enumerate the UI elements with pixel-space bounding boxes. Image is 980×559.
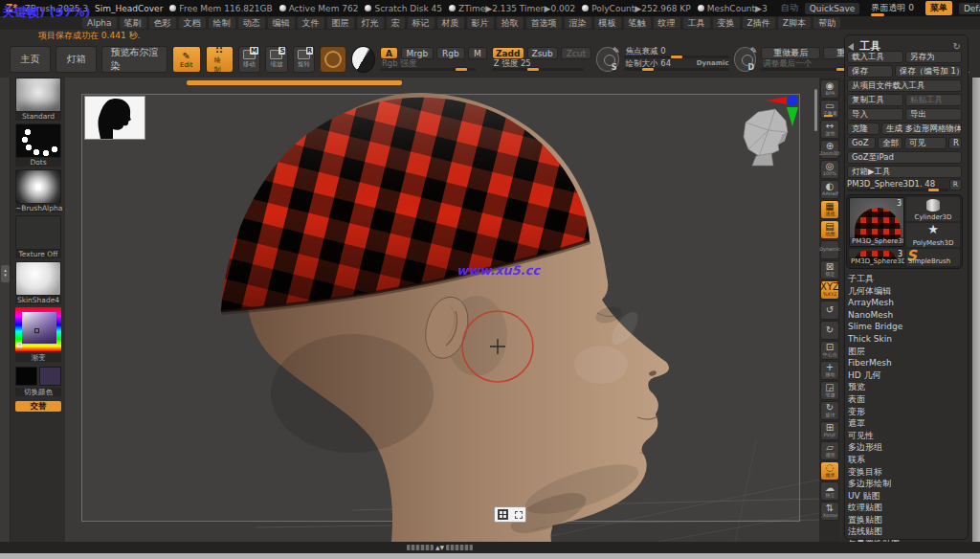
menu-item[interactable]: 渲染 [565, 17, 591, 29]
right-scrollbar[interactable] [972, 78, 980, 542]
tool-simplebrush[interactable]: S SimpleBrush [906, 249, 960, 266]
right-shelf-button[interactable]: ⊠ 锁定 [820, 260, 839, 280]
right-shelf-button[interactable]: ◌ 幽灵 [820, 461, 839, 481]
load-tool-button[interactable]: 载入工具 [847, 51, 903, 63]
menu-item[interactable]: 绘制 [209, 17, 235, 29]
tab-lightbox[interactable]: 灯箱 [56, 46, 97, 73]
subpalette-item[interactable]: 多边形组 [848, 441, 965, 454]
menu-item[interactable]: 笔刷 [120, 17, 146, 29]
move-mode-button[interactable]: M 移动 [238, 46, 261, 73]
menu-item[interactable]: 材质 [437, 17, 464, 29]
tool-cylinder3d[interactable]: Cylinder3D [906, 197, 960, 221]
save-numbered-button[interactable]: 保存（编号加 1） [895, 65, 962, 78]
subpalette-item[interactable]: HD 几何 [848, 369, 965, 382]
rgb-toggle[interactable]: Rgb [436, 47, 465, 59]
subpalette-item[interactable]: Slime Bridge [848, 321, 965, 333]
focal-shift-knob[interactable]: ✎ S [596, 47, 619, 72]
menu-item[interactable]: 宏 [387, 17, 405, 29]
right-shelf-button[interactable]: ◉ BPR [820, 79, 839, 99]
subpalette-item[interactable]: 图层 [848, 346, 965, 358]
right-shelf-button[interactable]: ⊕ Zoom3D [820, 140, 839, 159]
subpalette-item[interactable]: 纹理贴图 [848, 502, 965, 514]
right-shelf-button[interactable]: ⇅ Xpose [820, 502, 839, 521]
zcut-toggle[interactable]: Zcut [561, 47, 591, 59]
draw-mode-button[interactable]: ∷ 绘 制 [206, 46, 234, 73]
save-as-button[interactable]: 另存为 [905, 51, 962, 63]
menu-item[interactable]: 图层 [327, 17, 354, 29]
subpalette-item[interactable]: NanoMesh [848, 309, 965, 322]
menu-item[interactable]: 笔触 [624, 17, 651, 29]
right-shelf-button[interactable]: + 移动 [820, 361, 839, 380]
right-shelf-button[interactable]: ▭ 子像素 [820, 100, 839, 119]
color-picker[interactable] [15, 307, 61, 351]
subpalette-item[interactable]: FiberMesh [848, 357, 965, 369]
menu-item[interactable]: 纹理 [654, 17, 680, 29]
subpalette-item[interactable]: 预览 [848, 381, 965, 393]
right-shelf-button[interactable]: ⊞ PolyF [820, 421, 839, 440]
right-shelf-button[interactable]: ◲ 缩放 [820, 381, 839, 400]
goz-visible-button[interactable]: 可见 [904, 137, 947, 149]
subpalette-item[interactable]: ArrayMesh [848, 297, 965, 309]
subpalette-item[interactable]: 几何体编辑 [848, 285, 965, 298]
menu-item[interactable]: 标记 [408, 17, 434, 29]
menu-item[interactable]: 拾取 [497, 17, 523, 29]
import-button[interactable]: 导入 [847, 108, 903, 121]
stroke-thumbnail[interactable] [15, 123, 61, 158]
save-button[interactable]: 保存 [847, 65, 893, 78]
quicksave-button[interactable]: QuickSave [805, 3, 860, 14]
default-zscript-button[interactable]: DefaultZScript [959, 3, 980, 14]
scroll-arrows-icon[interactable]: ▲▼ [435, 545, 444, 550]
menu-item[interactable]: Z脚本 [778, 17, 811, 29]
subpalette-item[interactable]: 置换贴图 [848, 514, 965, 526]
right-shelf-button[interactable]: ⊡ 中心点 [820, 341, 839, 360]
goz-r-button[interactable]: R [948, 137, 962, 149]
main-color-swatch[interactable] [15, 367, 37, 386]
right-shelf-button[interactable]: ↻ 旋转 [820, 401, 839, 420]
material-thumbnail[interactable] [15, 261, 61, 296]
zsub-toggle[interactable]: Zsub [527, 47, 558, 59]
menu-item[interactable]: 首选项 [526, 17, 562, 29]
make-polymesh-button[interactable]: 生成 多边形网格物体 [881, 123, 962, 135]
menu-item[interactable]: 编辑 [268, 17, 295, 29]
right-shelf-button[interactable]: Dynamic [820, 240, 839, 259]
subpalette-item[interactable]: 变形 [848, 406, 965, 418]
subpalette-item[interactable]: Thick Skin [848, 333, 965, 346]
paste-tool-button[interactable]: 粘贴工具 [905, 94, 962, 106]
m-toggle[interactable]: M [468, 47, 487, 59]
ui-opacity-slider[interactable]: 界面透明 0 [866, 1, 919, 15]
subpalette-item[interactable]: 变换目标 [848, 466, 965, 479]
texture-thumbnail[interactable] [15, 215, 61, 250]
right-shelf-button[interactable]: ▦ 透视 [820, 200, 839, 219]
tool-polymesh3d[interactable]: ★ PolyMesh3D [906, 223, 960, 247]
tool-slider-r-button[interactable]: R [949, 179, 962, 190]
scroll-strip-left[interactable] [407, 545, 434, 550]
clone-button[interactable]: 克隆 [847, 123, 880, 135]
menu-item[interactable]: 色彩 [149, 17, 176, 29]
menu-item[interactable]: 变换 [713, 17, 740, 29]
switch-color-button[interactable]: 切换颜色 [15, 388, 61, 396]
menu-item[interactable]: 工具 [683, 17, 710, 29]
menu-item[interactable]: 影片 [467, 17, 494, 29]
right-shelf-button[interactable]: ◐ AAHalf [820, 180, 839, 199]
load-from-project-button[interactable]: 从项目文件载入工具 [847, 79, 962, 92]
goz-button[interactable]: GoZ [847, 137, 876, 149]
subpalette-item[interactable]: 可见性 [848, 430, 965, 442]
rgb-intensity-slider[interactable]: Rgb 强度 [380, 60, 476, 72]
right-shelf-button[interactable]: ▤ 地面 [820, 220, 839, 239]
tab-preview-boolean[interactable]: 预览布尔渲染 [101, 46, 167, 73]
export-button[interactable]: 导出 [905, 108, 962, 121]
floor-elevation-widget[interactable] [494, 506, 526, 523]
document-scroll-widget[interactable]: ▲▼ [407, 545, 473, 550]
menu-item[interactable]: Z插件 [743, 17, 775, 29]
document-canvas[interactable]: www.xu5.cc [65, 78, 819, 542]
tab-home[interactable]: 主页 [10, 46, 51, 73]
material-sphere-preview[interactable] [351, 46, 375, 73]
alpha-thumbnail[interactable] [15, 169, 61, 204]
active-tool-thumbnail[interactable]: 3 PM3D_Sphere3D [849, 197, 904, 247]
color-picker-square[interactable] [22, 312, 56, 344]
menu-button[interactable]: 菜单 [925, 1, 952, 15]
redo-knob[interactable]: ✎ D [734, 47, 757, 72]
right-shelf-button[interactable]: ↔ 滚动 [820, 120, 839, 139]
goz-all-button[interactable]: 全部 [878, 137, 902, 149]
rotate-mode-button[interactable]: R 旋转 [293, 46, 316, 73]
